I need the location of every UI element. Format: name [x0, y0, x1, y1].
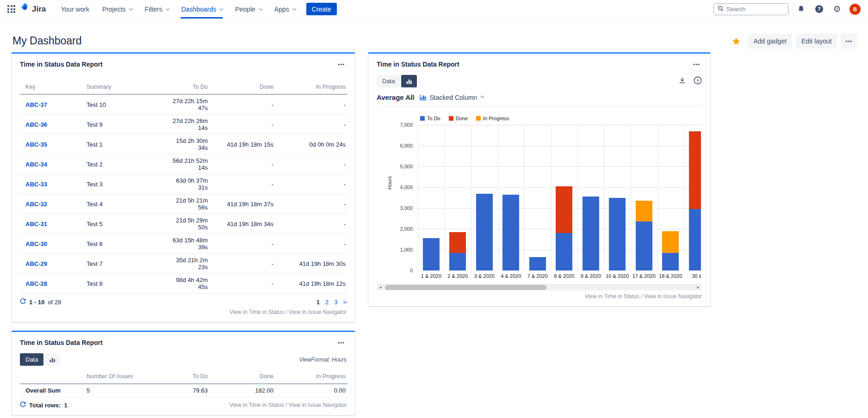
column-header-inprogress: In Progress	[275, 370, 347, 384]
view-in-issue-navigator-link[interactable]: View in Issue Navigator	[289, 309, 347, 315]
next-page-link[interactable]: >	[343, 299, 347, 306]
view-in-time-in-status-link[interactable]: View in Time in Status	[229, 402, 284, 408]
summary-row-label: Overall Sum	[20, 384, 85, 397]
chart-horizontal-scrollbar[interactable]: ◄ ►	[377, 284, 702, 290]
issue-key-link[interactable]: ABC-32	[25, 201, 47, 208]
issue-table: Key Summary To Do Done In Progress ABC-3…	[20, 81, 347, 294]
y-axis-tick-label: 7,000	[385, 122, 413, 128]
issue-key-link[interactable]: ABC-28	[25, 280, 47, 287]
favorite-star-icon[interactable]	[732, 37, 740, 45]
y-axis-tick-label: 5,000	[385, 164, 413, 169]
nav-item-your-work[interactable]: Your work	[56, 0, 94, 18]
chart-view-toggle[interactable]	[401, 75, 417, 87]
chart-help-icon[interactable]: ?	[694, 76, 702, 86]
bar-segment[interactable]	[662, 253, 679, 270]
refresh-icon[interactable]	[20, 298, 26, 306]
nav-item-apps[interactable]: Apps	[270, 0, 300, 18]
search-input[interactable]	[726, 6, 777, 12]
bar-segment[interactable]	[689, 131, 701, 209]
scroll-left-arrow[interactable]: ◄	[377, 284, 384, 290]
chevron-down-icon	[166, 6, 169, 10]
bar-segment[interactable]	[689, 209, 701, 270]
bar-chart-icon	[406, 79, 412, 84]
bar-segment[interactable]	[609, 198, 626, 271]
chart-type-dropdown[interactable]: Stacked Column	[420, 94, 483, 101]
bar-segment[interactable]	[556, 186, 572, 233]
gadget-more-button[interactable]: •••	[691, 60, 702, 69]
refresh-icon[interactable]	[20, 401, 26, 409]
dashboard-more-button[interactable]: •••	[841, 34, 857, 49]
nav-item-dashboards[interactable]: Dashboards	[177, 0, 227, 18]
gridline	[631, 125, 631, 270]
add-gadget-button[interactable]: Add gadget	[748, 34, 792, 49]
chart-view-toggle[interactable]	[44, 353, 60, 366]
view-in-time-in-status-link[interactable]: View in Time in Status	[585, 293, 639, 300]
help-icon[interactable]: ?	[813, 4, 825, 15]
gridline	[418, 125, 418, 270]
bar-segment[interactable]	[502, 195, 519, 270]
bar-segment[interactable]	[583, 197, 599, 270]
chart-gadget: Time in Status Data Report ••• Data	[368, 52, 711, 307]
create-button[interactable]: Create	[306, 3, 337, 15]
chart-plot-area	[418, 125, 701, 270]
scroll-right-arrow[interactable]: ►	[694, 284, 702, 290]
legend-swatch	[476, 116, 481, 121]
table-row: ABC-37Test 1027d 22h 15m 47s--	[20, 94, 347, 115]
notifications-bell-icon[interactable]	[795, 4, 806, 15]
data-view-toggle[interactable]: Data	[20, 353, 43, 366]
nav-item-filters[interactable]: Filters	[140, 0, 173, 18]
chevron-down-icon	[129, 6, 133, 10]
page-number-link[interactable]: 3	[334, 299, 337, 306]
bar-segment[interactable]	[449, 253, 466, 270]
bar-segment[interactable]	[449, 232, 466, 253]
app-switcher-icon[interactable]	[7, 5, 15, 13]
x-axis-label: 30 &	[684, 273, 701, 279]
summary-table: Number Of Issues To Do Done In Progress …	[20, 370, 347, 397]
bar-segment[interactable]	[636, 201, 652, 221]
settings-gear-icon[interactable]: ⚙	[831, 4, 843, 15]
gadget-more-button[interactable]: •••	[336, 338, 347, 347]
nav-item-projects[interactable]: Projects	[98, 0, 136, 18]
x-axis-label: 10 & 2020	[604, 273, 630, 279]
page-number-current[interactable]: 1	[316, 299, 320, 306]
bar-segment[interactable]	[662, 231, 679, 253]
view-in-issue-navigator-link[interactable]: View in Issue Navigator	[644, 293, 702, 300]
gadget-more-button[interactable]: •••	[336, 60, 347, 69]
bar-segment[interactable]	[529, 257, 546, 270]
view-in-time-in-status-link[interactable]: View in Time in Status	[229, 309, 284, 315]
x-axis-label: 8 & 2020	[551, 273, 577, 279]
issue-table-gadget: Time in Status Data Report ••• Key Summa…	[11, 52, 355, 322]
export-download-icon[interactable]	[678, 76, 686, 86]
issue-key-link[interactable]: ABC-35	[25, 141, 47, 148]
bar-segment[interactable]	[636, 221, 652, 270]
issue-key-link[interactable]: ABC-36	[25, 121, 47, 128]
bar-segment[interactable]	[556, 233, 572, 270]
scrollbar-thumb[interactable]	[385, 285, 546, 290]
view-in-issue-navigator-link[interactable]: View in Issue Navigator	[289, 402, 347, 408]
x-axis-label: 1 & 2020	[418, 273, 444, 279]
nav-item-people[interactable]: People	[230, 0, 266, 18]
issue-key-link[interactable]: ABC-30	[25, 240, 47, 247]
issue-key-link[interactable]: ABC-34	[25, 161, 47, 168]
gridline	[577, 125, 578, 270]
y-axis-tick-label: 0	[385, 268, 413, 273]
user-avatar[interactable]: B	[849, 4, 861, 15]
x-axis-label: 7 & 2020	[525, 273, 551, 279]
chart-legend: To DoDoneIn Progress	[420, 116, 702, 121]
summary-issues-value: 5	[85, 384, 163, 397]
scrollbar-track[interactable]	[384, 284, 694, 290]
issue-key-link[interactable]: ABC-33	[25, 181, 47, 188]
bar-segment[interactable]	[476, 194, 493, 271]
edit-layout-button[interactable]: Edit layout	[796, 34, 837, 49]
issue-key-link[interactable]: ABC-31	[25, 221, 47, 227]
jira-logo[interactable]: Jira	[20, 3, 46, 15]
issue-key-link[interactable]: ABC-29	[25, 260, 47, 267]
issue-key-link[interactable]: ABC-37	[25, 101, 47, 108]
bar-segment[interactable]	[423, 238, 440, 270]
data-view-toggle[interactable]: Data	[377, 75, 400, 87]
search-box[interactable]	[713, 3, 788, 15]
gridline	[657, 125, 658, 270]
legend-item: Done	[449, 116, 468, 121]
page-number-link[interactable]: 2	[325, 299, 329, 306]
y-axis-tick-label: 3,000	[385, 205, 413, 211]
